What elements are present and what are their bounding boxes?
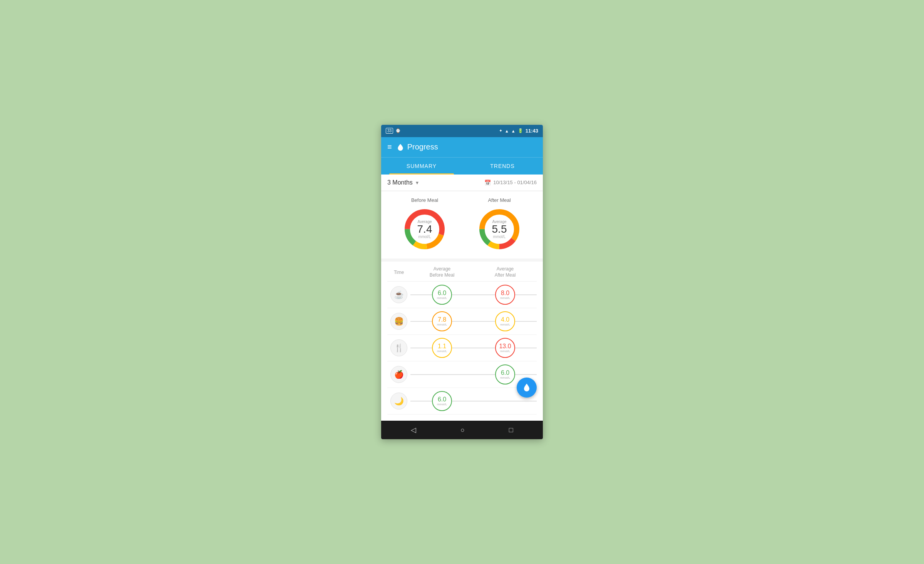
nav-recent-button[interactable]: □ <box>509 426 513 434</box>
bubble-unit-after-1: mmol/L <box>500 296 510 300</box>
status-icon-watch: ⌚ <box>395 128 401 133</box>
status-bar: 33 ⌚ ✦ ▲ ▲ 🔋 11:43 <box>381 125 543 137</box>
period-dropdown-arrow: ▾ <box>416 180 418 186</box>
period-selector[interactable]: 3 Months ▾ 📅 10/13/15 - 01/04/16 <box>381 175 543 191</box>
menu-icon[interactable]: ≡ <box>387 143 392 151</box>
battery-icon: 🔋 <box>518 128 523 133</box>
bubble-value-before-3: 1.1 <box>438 343 446 349</box>
table-row: 🍎 6.0 mmol/L <box>387 361 537 388</box>
bubble-unit-after-3: mmol/L <box>500 349 510 353</box>
value-bubble-after-3: 13.0 mmol/L <box>495 338 515 358</box>
bubble-value-after-1: 8.0 <box>501 290 509 296</box>
status-right: ✦ ▲ ▲ 🔋 11:43 <box>499 128 538 134</box>
charts-section: Before Meal Average 7.4 mmol/L <box>381 191 543 258</box>
table-row: ☕ 6.0 mmol/L 8.0 mmol/L <box>387 282 537 308</box>
meal-icon-night: 🌙 <box>390 393 407 410</box>
before-meal-center: Average 7.4 mmol/L <box>417 220 432 239</box>
before-meal-donut: Average 7.4 mmol/L <box>402 206 448 252</box>
nav-back-button[interactable]: ◁ <box>411 426 416 434</box>
before-meal-label: Before Meal <box>411 197 438 203</box>
after-meal-value: 5.5 <box>492 224 507 235</box>
bubble-unit-after-4: mmol/L <box>500 376 510 379</box>
bubble-unit-before-3: mmol/L <box>437 349 447 353</box>
row-before-3: 1.1 mmol/L <box>410 338 474 358</box>
meal-icon-lunch: 🍔 <box>390 313 407 330</box>
tab-summary[interactable]: SUMMARY <box>381 158 462 175</box>
value-bubble-after-2: 4.0 mmol/L <box>495 311 515 331</box>
signal-icon: ▲ <box>511 129 516 133</box>
battery-indicator: 33 <box>386 128 393 134</box>
after-meal-label: After Meal <box>488 197 511 203</box>
table-header: Time AverageBefore Meal AverageAfter Mea… <box>387 262 537 282</box>
after-meal-chart: After Meal Average 5.5 mmol/L <box>476 197 522 252</box>
bubble-value-after-3: 13.0 <box>499 343 511 349</box>
after-meal-donut: Average 5.5 mmol/L <box>476 206 522 252</box>
bubble-value-before-2: 7.8 <box>438 317 446 323</box>
header-time: Time <box>387 270 410 275</box>
fab-button[interactable] <box>517 378 537 398</box>
row-icon-col: 🌙 <box>387 393 410 410</box>
bubble-value-after-2: 4.0 <box>501 317 509 323</box>
row-after-2: 4.0 mmol/L <box>474 311 537 331</box>
before-meal-unit: mmol/L <box>417 235 432 239</box>
bubble-unit-after-2: mmol/L <box>500 323 510 326</box>
tabs-bar: SUMMARY TRENDS <box>381 157 543 175</box>
meal-table: Time AverageBefore Meal AverageAfter Mea… <box>381 262 543 421</box>
after-meal-unit: mmol/L <box>492 235 507 239</box>
value-bubble-before-5: 6.0 mmol/L <box>432 391 452 411</box>
table-row: 🌙 6.0 mmol/L <box>387 388 537 415</box>
row-icon-col: 🍴 <box>387 339 410 356</box>
status-left: 33 ⌚ <box>386 128 401 134</box>
calendar-icon: 📅 <box>484 180 491 186</box>
table-row: 🍴 1.1 mmol/L 13.0 mmol/L <box>387 335 537 361</box>
status-time: 11:43 <box>526 128 538 134</box>
app-bar: ≡ Progress <box>381 137 543 157</box>
bubble-unit-before-2: mmol/L <box>437 323 447 326</box>
app-title: Progress <box>407 143 438 151</box>
bottom-nav: ◁ ○ □ <box>381 421 543 439</box>
water-drop-icon <box>397 143 404 151</box>
bubble-unit-before-1: mmol/L <box>437 296 447 300</box>
date-range: 📅 10/13/15 - 01/04/16 <box>484 180 537 186</box>
row-after-3: 13.0 mmol/L <box>474 338 537 358</box>
value-bubble-before-2: 7.8 mmol/L <box>432 311 452 331</box>
value-bubble-before-3: 1.1 mmol/L <box>432 338 452 358</box>
phone-container: 33 ⌚ ✦ ▲ ▲ 🔋 11:43 ≡ Progress SUMMARY TR… <box>381 125 543 439</box>
value-bubble-after-4: 6.0 mmol/L <box>495 364 515 384</box>
header-avg-before: AverageBefore Meal <box>410 266 474 278</box>
table-row: 🍔 7.8 mmol/L 4.0 mmol/L <box>387 308 537 335</box>
row-icon-col: 🍔 <box>387 313 410 330</box>
period-label: 3 Months <box>387 179 413 186</box>
date-range-text: 10/13/15 - 01/04/16 <box>493 180 537 185</box>
before-meal-value: 7.4 <box>417 224 432 235</box>
row-before-1: 6.0 mmol/L <box>410 285 474 305</box>
row-icon-col: ☕ <box>387 286 410 303</box>
header-avg-after: AverageAfter Meal <box>474 266 537 278</box>
value-bubble-after-1: 8.0 mmol/L <box>495 285 515 305</box>
bubble-value-after-4: 6.0 <box>501 370 509 376</box>
tab-trends[interactable]: TRENDS <box>462 158 543 175</box>
meal-icon-dinner: 🍴 <box>390 339 407 356</box>
bubble-unit-before-5: mmol/L <box>437 403 447 406</box>
meal-icon-breakfast: ☕ <box>390 286 407 303</box>
period-left: 3 Months ▾ <box>387 179 418 186</box>
bluetooth-icon: ✦ <box>499 128 502 133</box>
row-icon-col: 🍎 <box>387 366 410 383</box>
meal-icon-snack: 🍎 <box>390 366 407 383</box>
before-meal-chart: Before Meal Average 7.4 mmol/L <box>402 197 448 252</box>
app-title-area: Progress <box>397 143 438 151</box>
after-meal-center: Average 5.5 mmol/L <box>492 220 507 239</box>
value-bubble-before-1: 6.0 mmol/L <box>432 285 452 305</box>
bubble-value-before-5: 6.0 <box>438 396 446 403</box>
row-before-5: 6.0 mmol/L <box>410 391 474 411</box>
row-after-1: 8.0 mmol/L <box>474 285 537 305</box>
row-before-2: 7.8 mmol/L <box>410 311 474 331</box>
wifi-icon: ▲ <box>505 129 509 133</box>
bubble-value-before-1: 6.0 <box>438 290 446 296</box>
nav-home-button[interactable]: ○ <box>460 426 465 434</box>
